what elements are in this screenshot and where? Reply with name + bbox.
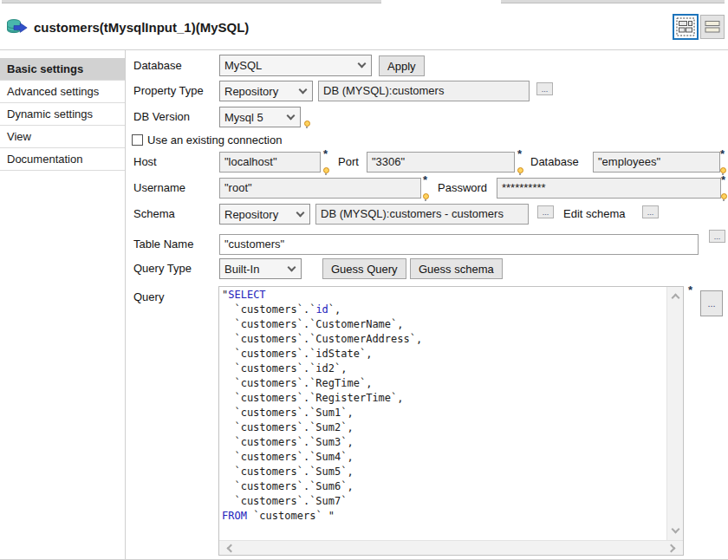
port-label: Port (338, 155, 359, 168)
database-name-label: Database (530, 155, 579, 168)
scroll-down-icon[interactable] (671, 525, 679, 534)
sidebar-item-view[interactable]: View (0, 126, 125, 148)
apply-button[interactable]: Apply (379, 55, 425, 76)
host-required-marker: * (322, 151, 331, 174)
password-field[interactable]: ********** (497, 178, 721, 199)
scroll-up-icon[interactable] (671, 294, 679, 303)
hint-lamp-icon (323, 167, 329, 173)
sidebar-item-basic-settings[interactable]: Basic settings (0, 58, 125, 81)
query-editor: "SELECT `customers`.`id`, `customers`.`C… (218, 286, 684, 556)
property-type-label: Property Type (133, 84, 204, 97)
header-actions (673, 14, 725, 40)
database-name-field[interactable]: "employees" (593, 152, 720, 173)
existing-connection-label: Use an existing connection (147, 133, 282, 147)
existing-connection-checkbox[interactable] (132, 134, 143, 146)
tab-strip (0, 0, 728, 4)
schema-browse-button[interactable]: ... (537, 205, 554, 218)
guess-schema-button[interactable]: Guess schema (410, 258, 503, 279)
query-label: Query (133, 290, 164, 303)
layout-grid-button[interactable] (673, 14, 699, 40)
required-asterisk: * (423, 176, 427, 185)
query-type-label: Query Type (133, 262, 192, 275)
table-name-browse-button[interactable]: ... (709, 230, 725, 243)
page-title: customers(tMysqlInput_1)(MySQL) (34, 20, 249, 35)
db-version-select[interactable]: Mysql 5 (219, 107, 301, 127)
header: customers(tMysqlInput_1)(MySQL) (0, 4, 728, 50)
username-field[interactable]: "root" (219, 178, 421, 199)
settings-sidebar: Basic settings Advanced settings Dynamic… (0, 50, 126, 559)
layout-rows-button[interactable] (700, 15, 725, 39)
property-repository-field[interactable]: DB (MYSQL):customers (318, 81, 530, 101)
hint-lamp-icon (721, 193, 727, 199)
edit-schema-label: Edit schema (563, 207, 626, 220)
chevron-down-icon (287, 111, 296, 120)
database-select[interactable]: MySQL (219, 55, 372, 76)
rows-layout-icon (703, 17, 722, 36)
basic-settings-form: Database MySQL Apply Property Type Repos… (126, 50, 728, 559)
password-label: Password (438, 181, 487, 194)
schema-repository-field[interactable]: DB (MYSQL):customers - customers (315, 204, 529, 225)
schema-label: Schema (133, 207, 175, 220)
tab-strip-segment (2, 0, 381, 3)
hint-lamp-icon (304, 120, 310, 127)
hint-lamp-icon (517, 167, 523, 173)
chevron-down-icon (288, 263, 296, 271)
property-type-select[interactable]: Repository (219, 81, 313, 101)
hint-lamp-icon (423, 193, 429, 199)
username-label: Username (133, 181, 185, 194)
sidebar-item-documentation[interactable]: Documentation (0, 148, 125, 171)
sidebar-item-dynamic-settings[interactable]: Dynamic settings (0, 103, 125, 126)
query-vertical-scrollbar[interactable] (666, 287, 683, 540)
host-label: Host (133, 155, 157, 168)
database-label: Database (133, 59, 182, 72)
scroll-right-icon[interactable] (667, 544, 676, 552)
schema-select[interactable]: Repository (219, 204, 310, 225)
edit-schema-button[interactable]: ... (642, 205, 659, 218)
query-horizontal-scrollbar[interactable] (219, 540, 683, 555)
query-type-select[interactable]: Built-In (219, 258, 302, 279)
required-asterisk: * (721, 176, 725, 185)
table-name-label: Table Name (133, 238, 193, 251)
username-required-marker: * (422, 177, 431, 200)
mysql-component-icon (7, 19, 28, 35)
sidebar-item-advanced-settings[interactable]: Advanced settings (0, 81, 125, 103)
guess-query-button[interactable]: Guess Query (322, 258, 406, 279)
chevron-down-icon (358, 60, 367, 68)
db-version-label: DB Version (133, 110, 190, 123)
port-required-marker: * (517, 151, 525, 174)
tab-strip-segment (501, 0, 725, 3)
chevron-down-icon (296, 208, 305, 217)
query-open-editor-button[interactable]: ... (700, 290, 723, 316)
port-field[interactable]: "3306" (367, 152, 515, 173)
component-settings-panel: customers(tMysqlInput_1)(MySQL) (0, 0, 728, 560)
database-required-marker: * (719, 151, 728, 174)
required-asterisk: * (517, 150, 522, 159)
scroll-left-icon[interactable] (227, 544, 236, 552)
grid-layout-icon (676, 17, 695, 36)
required-asterisk: * (323, 150, 328, 159)
password-required-marker: * (720, 177, 728, 200)
hint-lamp-icon (720, 167, 726, 173)
host-field[interactable]: "localhost" (219, 152, 321, 173)
table-name-field[interactable]: "customers" (219, 234, 699, 255)
query-text[interactable]: "SELECT `customers`.`id`, `customers`.`C… (219, 287, 666, 540)
property-repository-browse-button[interactable]: ... (536, 82, 553, 95)
query-required-asterisk: * (688, 283, 692, 296)
required-asterisk: * (720, 150, 725, 159)
chevron-down-icon (299, 85, 308, 94)
